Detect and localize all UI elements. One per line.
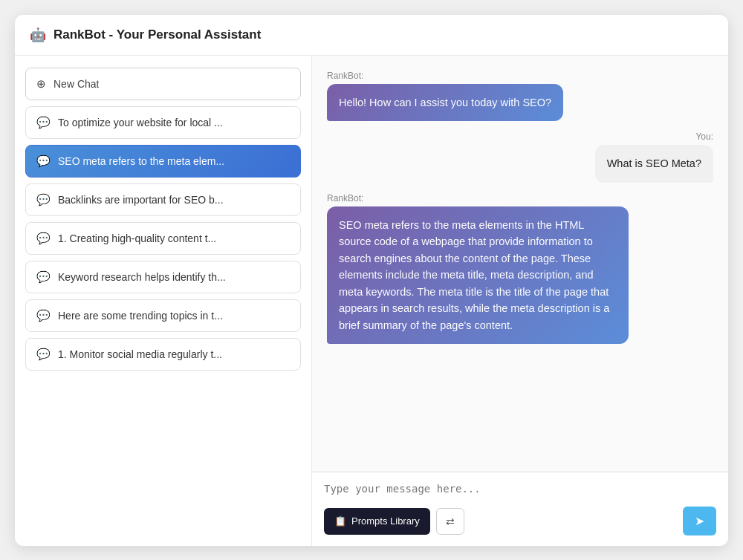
sidebar-item-chat-1[interactable]: 💬To optimize your website for local ...	[25, 106, 301, 139]
chat-input-area: 📋 Prompts Library ⇄ ➤	[312, 472, 728, 546]
prompts-library-button[interactable]: 📋 Prompts Library	[324, 508, 430, 535]
chat-input-toolbar: 📋 Prompts Library ⇄ ➤	[324, 507, 716, 535]
message-bubble: Hello! How can I assist you today with S…	[327, 84, 563, 121]
sidebar-item-chat-3[interactable]: 💬Backlinks are important for SEO b...	[25, 183, 301, 216]
bot-icon: 🤖	[30, 27, 46, 43]
sidebar: ⊕New Chat💬To optimize your website for l…	[15, 56, 312, 546]
sidebar-item-chat-6[interactable]: 💬Here are some trending topics in t...	[25, 299, 301, 332]
message-group-bot: RankBot:SEO meta refers to the meta elem…	[327, 193, 713, 344]
chat-area: RankBot:Hello! How can I assist you toda…	[312, 56, 728, 546]
sidebar-item-text: New Chat	[53, 78, 99, 90]
message-sender: You:	[695, 131, 713, 142]
sidebar-item-icon: 💬	[36, 116, 51, 129]
sidebar-item-icon: ⊕	[36, 77, 46, 91]
sidebar-item-icon: 💬	[36, 309, 51, 322]
app-body: ⊕New Chat💬To optimize your website for l…	[15, 56, 728, 546]
message-bubble: SEO meta refers to the meta elements in …	[327, 206, 629, 344]
prompts-icon: 📋	[334, 515, 346, 527]
sidebar-item-text: 1. Monitor social media regularly t...	[58, 348, 222, 360]
chat-messages: RankBot:Hello! How can I assist you toda…	[312, 56, 728, 472]
sidebar-item-icon: 💬	[36, 193, 51, 206]
toolbar-left: 📋 Prompts Library ⇄	[324, 508, 464, 535]
sidebar-item-chat-7[interactable]: 💬1. Monitor social media regularly t...	[25, 338, 301, 371]
sidebar-item-icon: 💬	[36, 232, 51, 245]
sidebar-item-chat-5[interactable]: 💬Keyword research helps identify th...	[25, 261, 301, 293]
sidebar-item-new-chat[interactable]: ⊕New Chat	[25, 68, 301, 100]
send-icon: ➤	[695, 514, 704, 528]
sidebar-item-text: Backlinks are important for SEO b...	[58, 194, 224, 206]
message-input[interactable]	[324, 483, 716, 495]
app-header: 🤖 RankBot - Your Personal Assistant	[15, 15, 728, 56]
message-group-bot: RankBot:Hello! How can I assist you toda…	[327, 71, 713, 121]
sidebar-item-icon: 💬	[36, 154, 51, 168]
message-sender: RankBot:	[327, 193, 363, 204]
message-bubble: What is SEO Meta?	[595, 145, 713, 182]
sidebar-item-icon: 💬	[36, 270, 51, 284]
sidebar-item-chat-2[interactable]: 💬SEO meta refers to the meta elem...	[25, 145, 301, 178]
sidebar-item-icon: 💬	[36, 348, 51, 361]
sidebar-item-chat-4[interactable]: 💬1. Creating high-quality content t...	[25, 222, 301, 255]
sidebar-item-text: 1. Creating high-quality content t...	[58, 232, 216, 244]
sidebar-item-text: Keyword research helps identify th...	[58, 271, 226, 283]
app-container: 🤖 RankBot - Your Personal Assistant ⊕New…	[15, 15, 728, 546]
refresh-icon: ⇄	[446, 515, 455, 527]
sidebar-item-text: SEO meta refers to the meta elem...	[58, 155, 224, 167]
message-sender: RankBot:	[327, 71, 363, 81]
sidebar-item-text: Here are some trending topics in t...	[58, 310, 223, 322]
message-group-user: You:What is SEO Meta?	[327, 131, 713, 182]
prompts-library-label: Prompts Library	[351, 515, 420, 527]
sidebar-item-text: To optimize your website for local ...	[58, 117, 223, 128]
refresh-button[interactable]: ⇄	[436, 508, 464, 535]
app-title: RankBot - Your Personal Assistant	[53, 27, 261, 42]
send-button[interactable]: ➤	[683, 507, 716, 535]
